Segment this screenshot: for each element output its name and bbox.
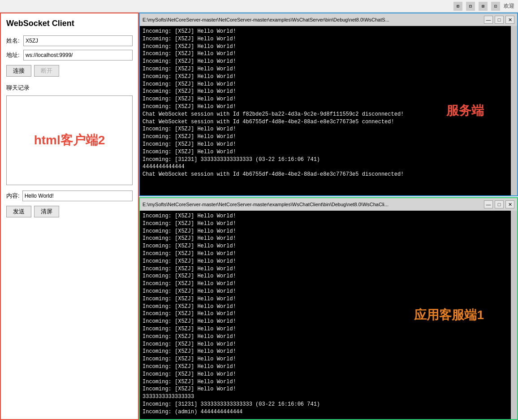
taskbar: ⊞ ⊟ ⊠ ⊡ 欢迎 [0,0,518,13]
taskbar-icon-1[interactable]: ⊞ [453,2,462,11]
taskbar-icon-4[interactable]: ⊡ [491,2,500,11]
chat-log-label: 聊天记录 [6,84,133,92]
server-titlebar: E:\mySofts\NetCoreServer-master\NetCoreS… [140,13,517,26]
server-scroll-container: Incoming: [X5ZJ] Hello World! Incoming: … [140,26,517,195]
server-text: Incoming: [X5ZJ] Hello World! Incoming: … [142,28,508,178]
address-row: 地址: [6,50,133,61]
send-button[interactable]: 发送 [6,206,31,217]
name-input[interactable] [23,35,133,46]
client-minimize-btn[interactable]: — [484,200,493,208]
server-body[interactable]: Incoming: [X5ZJ] Hello World! Incoming: … [140,26,511,195]
server-close-btn[interactable]: ✕ [505,16,514,24]
client-scroll-container: Incoming: [X5ZJ] Hello World! Incoming: … [140,211,517,419]
client-path: E:\mySofts\NetCoreServer-master\NetCoreS… [142,202,482,207]
app-title: WebSocket Client [6,19,133,28]
address-label: 地址: [6,51,21,59]
content-input[interactable] [22,191,133,201]
server-path: E:\mySofts\NetCoreServer-master\NetCoreS… [142,17,482,22]
main-layout: WebSocket Client 姓名: 地址: 连接 断开 聊天记录 html… [0,13,518,420]
connect-btn-row: 连接 断开 [6,65,133,77]
left-panel: WebSocket Client 姓名: 地址: 连接 断开 聊天记录 html… [0,13,139,420]
name-label: 姓名: [6,37,21,45]
client-close-btn[interactable]: ✕ [505,200,514,208]
client-text: Incoming: [X5ZJ] Hello World! Incoming: … [142,212,508,416]
content-row: 内容: [6,191,133,201]
client-scrollbar[interactable] [511,211,517,419]
content-label: 内容: [6,192,20,200]
client-body[interactable]: Incoming: [X5ZJ] Hello World! Incoming: … [140,211,511,419]
name-row: 姓名: [6,35,133,46]
address-input[interactable] [23,50,133,61]
client-maximize-btn[interactable]: □ [495,200,504,208]
chat-watermark: html客户端2 [34,132,105,149]
server-minimize-btn[interactable]: — [484,16,493,24]
server-scrollbar[interactable] [511,26,517,195]
right-area: E:\mySofts\NetCoreServer-master\NetCoreS… [139,13,518,420]
server-terminal: E:\mySofts\NetCoreServer-master\NetCoreS… [139,13,518,196]
chat-log-area: html客户端2 [6,95,133,185]
taskbar-welcome: 欢迎 [504,2,514,10]
client-terminal: E:\mySofts\NetCoreServer-master\NetCoreS… [139,197,518,420]
clear-button[interactable]: 清屏 [34,206,59,217]
taskbar-icon-3[interactable]: ⊠ [479,2,488,11]
taskbar-icon-2[interactable]: ⊟ [466,2,475,11]
client-titlebar: E:\mySofts\NetCoreServer-master\NetCoreS… [140,198,517,211]
server-maximize-btn[interactable]: □ [495,16,504,24]
connect-button[interactable]: 连接 [6,65,31,77]
send-row: 发送 清屏 [6,206,133,217]
disconnect-button[interactable]: 断开 [34,65,59,77]
